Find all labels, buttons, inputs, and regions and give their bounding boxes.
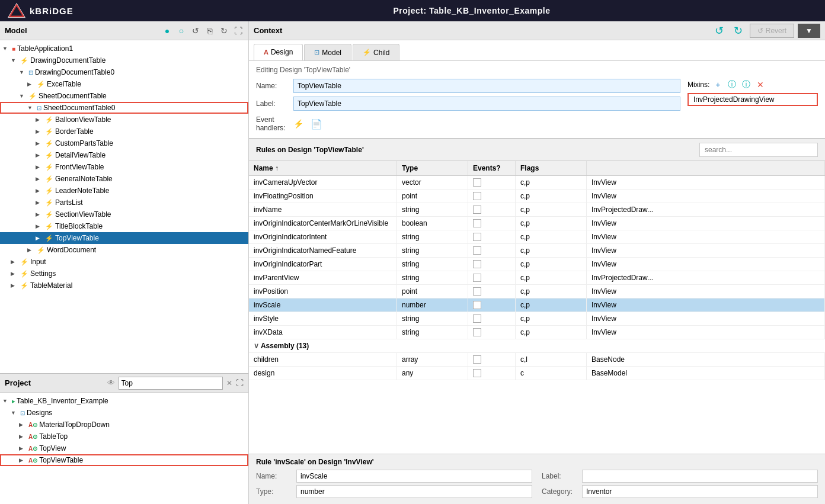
arrow-TopViewTable[interactable]: ▶	[19, 457, 27, 463]
redo-icon[interactable]: ↻	[219, 25, 229, 36]
table-row[interactable]: invCameraUpVectorvectorc,pInvView	[249, 176, 825, 190]
arrow-CustomPartsTable[interactable]: ▶	[36, 140, 44, 146]
mixin-info1-icon[interactable]: ⓘ	[726, 79, 738, 91]
tree-item-BalloonViewTable[interactable]: ▶⚡BalloonViewTable	[0, 114, 248, 126]
table-row[interactable]: invFloatingPositionpointc,pInvView	[249, 190, 825, 203]
tree-item-TopView[interactable]: ▶A⊙TopView	[0, 442, 248, 454]
events-checkbox[interactable]	[473, 355, 481, 364]
copy-icon[interactable]: ⎘	[204, 25, 215, 36]
rule-category-input[interactable]	[582, 485, 818, 498]
tab-design[interactable]: A Design	[254, 44, 303, 60]
events-checkbox[interactable]	[473, 192, 481, 200]
tree-item-Settings[interactable]: ▶⚡Settings	[0, 268, 248, 280]
event-doc-icon[interactable]: 📄	[311, 118, 322, 130]
event-icon[interactable]: ⚡	[293, 119, 303, 129]
tab-child[interactable]: ⚡ Child	[353, 44, 399, 60]
tree-item-DrawingDocumentTable0[interactable]: ▼⊡DrawingDocumentTable0	[0, 66, 248, 78]
tree-item-MaterialTopDropDown[interactable]: ▶A⊙MaterialTopDropDown	[0, 419, 248, 431]
arrow-PartsList[interactable]: ▶	[36, 200, 44, 206]
tree-item-PartsList[interactable]: ▶⚡PartsList	[0, 197, 248, 208]
events-checkbox[interactable]	[473, 328, 481, 336]
tree-item-CustomPartsTable[interactable]: ▶⚡CustomPartsTable	[0, 137, 248, 149]
tree-item-GeneralNoteTable[interactable]: ▶⚡GeneralNoteTable	[0, 173, 248, 185]
arrow-SheetDocumentTable0[interactable]: ▼	[27, 105, 36, 111]
more-btn[interactable]: ▼	[798, 24, 820, 38]
assembly-collapse-icon[interactable]: ∨	[254, 342, 259, 350]
arrow-DrawingDocumentTable[interactable]: ▼	[11, 57, 19, 63]
table-row[interactable]: invOriginIndicatorPartstringc,pInvView	[249, 258, 825, 271]
events-checkbox[interactable]	[473, 274, 481, 282]
events-checkbox[interactable]	[473, 206, 481, 214]
tree-item-TopViewTable[interactable]: ▶A⊙TopViewTable	[0, 454, 248, 466]
arrow-Table_KB_Inventor_Example[interactable]: ▼	[2, 398, 11, 404]
table-row[interactable]: invOriginIndicatorIntentstringc,pInvView	[249, 230, 825, 244]
rule-type-input[interactable]	[296, 485, 532, 498]
arrow-TopViewTable[interactable]: ▶	[36, 235, 44, 241]
tree-item-TableTop[interactable]: ▶A⊙TableTop	[0, 431, 248, 442]
name-input[interactable]	[293, 79, 680, 93]
tree-item-TableMaterial[interactable]: ▶⚡TableMaterial	[0, 280, 248, 291]
arrow-Settings[interactable]: ▶	[11, 271, 19, 277]
context-redo-btn[interactable]: ↻	[731, 24, 746, 38]
mixin-delete-icon[interactable]: ✕	[754, 79, 766, 91]
tree-item-Table_KB_Inventor_Example[interactable]: ▼▸Table_KB_Inventor_Example	[0, 395, 248, 407]
table-row[interactable]: invOriginIndicatorCenterMarkOrLineVisibl…	[249, 217, 825, 230]
tree-item-DrawingDocumentTable[interactable]: ▼⚡DrawingDocumentTable	[0, 54, 248, 66]
events-checkbox[interactable]	[473, 178, 481, 187]
arrow-BorderTable[interactable]: ▶	[36, 129, 44, 134]
table-row[interactable]: invXDatastringc,pInvView	[249, 326, 825, 339]
events-checkbox[interactable]	[473, 287, 481, 296]
arrow-FrontViewTable[interactable]: ▶	[36, 164, 44, 170]
arrow-LeaderNoteTable[interactable]: ▶	[36, 188, 44, 194]
circle-icon[interactable]: ○	[176, 25, 187, 36]
tree-item-SheetDocumentTable0[interactable]: ▼⊡SheetDocumentTable0	[0, 102, 248, 114]
arrow-TableTop[interactable]: ▶	[19, 434, 27, 439]
tree-item-Input[interactable]: ▶⚡Input	[0, 256, 248, 268]
events-checkbox[interactable]	[473, 233, 481, 241]
tree-item-BorderTable[interactable]: ▶⚡BorderTable	[0, 126, 248, 137]
table-row[interactable]: invNamestringc,pInvProjectedDraw...	[249, 203, 825, 217]
arrow-Input[interactable]: ▶	[11, 259, 19, 265]
events-checkbox[interactable]	[473, 314, 481, 323]
tree-item-SheetDocumentTable[interactable]: ▼⚡SheetDocumentTable	[0, 90, 248, 102]
tree-item-TitleBlockTable[interactable]: ▶⚡TitleBlockTable	[0, 220, 248, 232]
tree-item-TopViewTable[interactable]: ▶⚡TopViewTable	[0, 232, 248, 244]
context-undo-btn[interactable]: ↺	[712, 24, 727, 38]
arrow-BalloonViewTable[interactable]: ▶	[36, 117, 44, 123]
events-checkbox[interactable]	[473, 260, 481, 268]
arrow-SectionViewTable[interactable]: ▶	[36, 211, 44, 217]
mixin-add-icon[interactable]: +	[712, 79, 724, 91]
expand-icon[interactable]: ⛶	[233, 25, 244, 36]
tree-item-WordDocument[interactable]: ▶⚡WordDocument	[0, 244, 248, 256]
arrow-ExcelTable[interactable]: ▶	[27, 81, 36, 87]
table-row[interactable]: childrenarrayc,lBaseNode	[249, 353, 825, 367]
arrow-WordDocument[interactable]: ▶	[27, 247, 36, 253]
arrow-TopView[interactable]: ▶	[19, 445, 27, 451]
tree-item-DetailViewTable[interactable]: ▶⚡DetailViewTable	[0, 149, 248, 161]
tree-item-SectionViewTable[interactable]: ▶⚡SectionViewTable	[0, 208, 248, 220]
record-icon[interactable]: ●	[162, 25, 172, 36]
arrow-TableMaterial[interactable]: ▶	[11, 283, 19, 288]
events-checkbox[interactable]	[473, 246, 481, 255]
arrow-MaterialTopDropDown[interactable]: ▶	[19, 422, 27, 428]
table-row[interactable]: invParentViewstringc,pInvProjectedDraw..…	[249, 271, 825, 285]
arrow-Designs[interactable]: ▼	[11, 410, 19, 416]
table-row[interactable]: invStylestringc,pInvView	[249, 312, 825, 326]
mixin-info2-icon[interactable]: ⓘ	[740, 79, 752, 91]
rule-label-input[interactable]	[582, 470, 818, 483]
rule-name-input[interactable]	[296, 470, 532, 483]
table-row[interactable]: invOriginIndicatorNamedFeaturestringc,pI…	[249, 244, 825, 258]
arrow-DrawingDocumentTable0[interactable]: ▼	[19, 69, 27, 75]
arrow-GeneralNoteTable[interactable]: ▶	[36, 176, 44, 182]
project-search-input[interactable]	[119, 377, 223, 390]
label-input[interactable]	[293, 97, 680, 111]
table-row[interactable]: invScalenumberc,pInvView	[249, 298, 825, 312]
events-checkbox[interactable]	[473, 219, 481, 227]
undo-icon[interactable]: ↺	[190, 25, 201, 36]
project-expand-icon[interactable]: ⛶	[236, 378, 244, 387]
tree-item-ExcelTable[interactable]: ▶⚡ExcelTable	[0, 78, 248, 90]
arrow-TableApplication1[interactable]: ▼	[2, 46, 11, 52]
eye-icon[interactable]: 👁	[107, 378, 115, 387]
events-checkbox[interactable]	[473, 301, 481, 309]
tree-item-FrontViewTable[interactable]: ▶⚡FrontViewTable	[0, 161, 248, 173]
